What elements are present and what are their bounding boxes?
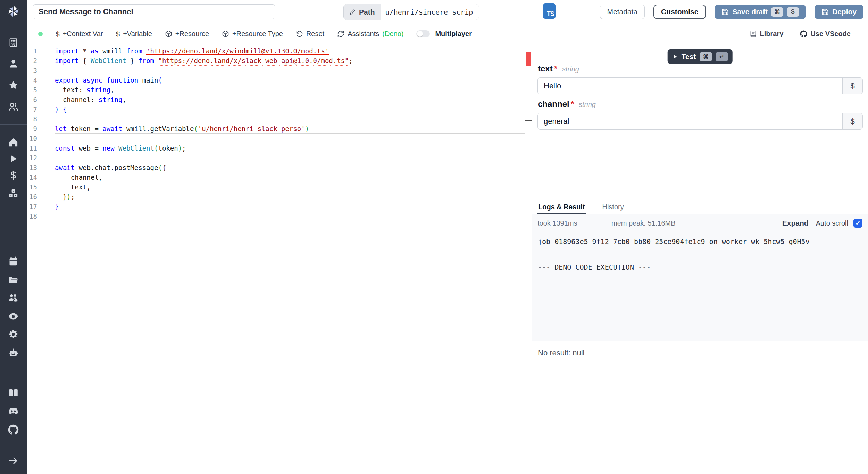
code-editor[interactable]: 1import * as wmill from 'https://deno.la…: [27, 44, 532, 474]
field-text: $: [537, 77, 863, 94]
sidebar-item-folder-open[interactable]: [0, 274, 27, 286]
sidebar-item-github[interactable]: [0, 424, 27, 435]
test-button[interactable]: Test ⌘ ↵: [668, 49, 733, 64]
duration-text: took 1391ms: [537, 219, 611, 227]
code-line[interactable]: 4export async function main(: [27, 75, 525, 85]
path-edit-button[interactable]: Path: [344, 4, 381, 20]
sidebar-item-building[interactable]: [0, 36, 27, 48]
code-line[interactable]: 9let token = await wmill.getVariable('u/…: [27, 124, 525, 134]
autoscroll-checkbox[interactable]: [853, 219, 862, 228]
field-label-text: text* string: [538, 64, 579, 74]
sidebar-item-calendar[interactable]: [0, 255, 27, 267]
overview-ruler[interactable]: [525, 44, 532, 474]
code-line[interactable]: 1import * as wmill from 'https://deno.la…: [27, 46, 525, 56]
sidebar-item-robot[interactable]: [0, 347, 27, 358]
customise-button[interactable]: Customise: [653, 5, 706, 19]
log-line: --- DENO CODE EXECUTION ---: [538, 261, 862, 274]
sidebar-divider: [0, 124, 27, 125]
sidebar-item-book-open[interactable]: [0, 387, 27, 399]
line-number: 16: [27, 192, 55, 202]
library-button[interactable]: Library: [750, 30, 784, 38]
code-line[interactable]: 5 text: string,: [27, 85, 525, 95]
typescript-badge: TS: [543, 3, 556, 19]
tab-logs-result[interactable]: Logs & Result: [537, 203, 586, 214]
code-line[interactable]: 3: [27, 66, 525, 75]
sidebar-item-arrow-right[interactable]: [0, 455, 27, 466]
error-marker: [526, 52, 531, 66]
run-panel: Test ⌘ ↵ text* string $ channel* string …: [532, 44, 868, 474]
sidebar-item-workers[interactable]: [0, 292, 27, 304]
reset-button[interactable]: Reset: [296, 30, 324, 38]
required-asterisk: *: [571, 99, 574, 109]
results-tabs: Logs & Result History: [532, 201, 868, 214]
path-input[interactable]: [381, 4, 479, 20]
code-line[interactable]: 15 text,: [27, 182, 525, 192]
code-line[interactable]: 16 });: [27, 192, 525, 202]
line-number: 12: [27, 153, 55, 163]
insert-variable-button[interactable]: $: [842, 113, 862, 129]
code-line[interactable]: 2import { WebClient } from "https://deno…: [27, 56, 525, 66]
logs-header: took 1391ms mem peak: 51.16MB Expand Aut…: [532, 214, 868, 232]
text-field-input[interactable]: [538, 78, 842, 94]
sidebar-item-star[interactable]: [0, 79, 27, 91]
sidebar-item-play[interactable]: [0, 153, 27, 164]
github-icon: [800, 30, 807, 37]
line-number: 3: [27, 66, 55, 75]
sidebar-item-dollar[interactable]: [0, 169, 27, 181]
sidebar-item-home[interactable]: [0, 136, 27, 148]
sidebar-item-eye[interactable]: [0, 310, 27, 322]
script-title-input[interactable]: [33, 4, 275, 19]
code-line[interactable]: 10: [27, 134, 525, 143]
windmill-app: Path TS Metadata Customise Save draft ⌘ …: [0, 0, 868, 474]
metadata-button[interactable]: Metadata: [600, 5, 645, 19]
logs-panel: took 1391ms mem peak: 51.16MB Expand Aut…: [532, 214, 868, 341]
code-line[interactable]: 12: [27, 153, 525, 163]
code-line[interactable]: 6 channel: string,: [27, 95, 525, 104]
sidebar-item-user[interactable]: [0, 58, 27, 69]
dollar-icon: [8, 170, 19, 181]
multiplayer-toggle[interactable]: [416, 30, 430, 37]
sidebar-item-settings-gear[interactable]: [0, 328, 27, 340]
vscode-button[interactable]: Use VScode: [800, 30, 851, 38]
code-line[interactable]: 7) {: [27, 104, 525, 114]
line-number: 8: [27, 114, 55, 124]
insert-variable-button[interactable]: $: [842, 78, 862, 94]
add-variable-button[interactable]: $ +Variable: [116, 30, 152, 38]
building-icon: [8, 37, 19, 48]
add-context-var-button[interactable]: $ +Context Var: [56, 30, 103, 38]
deploy-button[interactable]: Deploy: [815, 5, 863, 19]
pencil-icon: [349, 9, 356, 15]
tab-history[interactable]: History: [601, 203, 625, 214]
save-draft-button[interactable]: Save draft ⌘ S: [715, 5, 806, 19]
robot-icon: [8, 347, 19, 358]
sidebar-item-users[interactable]: [0, 101, 27, 112]
line-number: 4: [27, 75, 55, 85]
home-icon: [8, 137, 19, 148]
line-number: 10: [27, 134, 55, 143]
sidebar-item-boxes[interactable]: [0, 187, 27, 199]
code-line[interactable]: 18: [27, 211, 525, 221]
code-line[interactable]: 17}: [27, 202, 525, 211]
add-resource-type-button[interactable]: +Resource Type: [222, 30, 283, 38]
kbd-enter: ↵: [716, 52, 728, 61]
cursor-marker: [525, 120, 532, 121]
code-line[interactable]: 13await web.chat.postMessage({: [27, 163, 525, 172]
log-output: job 018963e5-9f12-7cb0-bb80-25ce904fe1c9…: [532, 232, 868, 277]
code-line[interactable]: 11const web = new WebClient(token);: [27, 143, 525, 153]
channel-field-input[interactable]: [538, 113, 842, 129]
windmill-logo-icon[interactable]: [0, 3, 27, 19]
code-line[interactable]: 14 channel,: [27, 172, 525, 182]
dollar-icon: $: [56, 30, 60, 38]
add-resource-button[interactable]: +Resource: [165, 30, 209, 38]
path-widget: Path: [343, 4, 479, 20]
save-icon: [721, 8, 729, 16]
save-icon: [821, 8, 829, 16]
sidebar-item-discord[interactable]: [0, 405, 27, 417]
expand-button[interactable]: Expand: [780, 219, 811, 228]
log-line: [538, 248, 862, 261]
code-line[interactable]: 8: [27, 114, 525, 124]
assistants-button[interactable]: Assistants (Deno): [337, 30, 403, 38]
users-icon: [8, 101, 19, 112]
line-number: 14: [27, 172, 55, 182]
settings-gear-icon: [8, 329, 19, 340]
